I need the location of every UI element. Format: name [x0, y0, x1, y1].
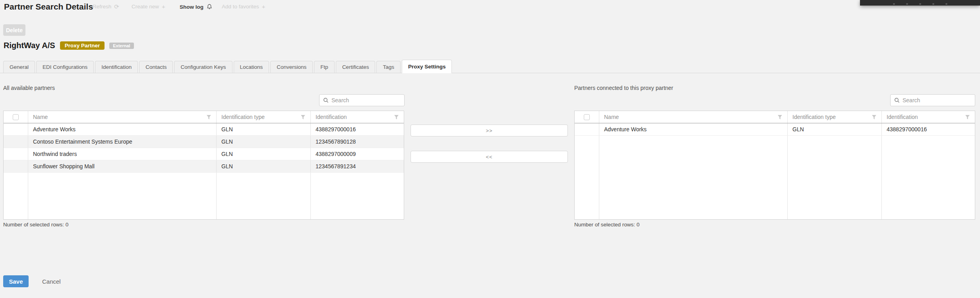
cell-identification-type: GLN	[216, 160, 310, 172]
search-icon	[894, 97, 900, 103]
filter-icon[interactable]	[300, 115, 306, 120]
left-search-input[interactable]	[331, 97, 401, 103]
left-selected-rows-count: Number of selected rows: 0	[3, 222, 68, 228]
tab-ftp[interactable]: Ftp	[314, 61, 335, 73]
tab-identification[interactable]: Identification	[95, 61, 138, 73]
column-header-identification-type: Identification type	[792, 114, 836, 120]
tab-certificates[interactable]: Certificates	[336, 61, 376, 73]
filter-icon[interactable]	[206, 115, 211, 120]
table-row[interactable]: Northwind traders GLN 4388297000009	[4, 148, 404, 160]
right-panel-title: Partners connected to this proxy partner	[574, 85, 673, 91]
overlay-icon	[945, 3, 947, 5]
refresh-button[interactable]: Refresh ⟳	[93, 4, 119, 10]
left-panel-title: All available partners	[3, 85, 55, 91]
move-left-button[interactable]: <<	[411, 151, 568, 163]
cell-name: Northwind traders	[28, 148, 216, 160]
cell-identification: 4388297000009	[310, 148, 404, 160]
refresh-icon: ⟳	[114, 4, 119, 10]
right-search-input[interactable]	[903, 97, 971, 103]
tab-bar: General EDI Configurations Identificatio…	[0, 60, 980, 73]
tab-conversions[interactable]: Conversions	[270, 61, 313, 73]
table-empty-area	[4, 173, 404, 219]
table-row[interactable]: Adventure Works GLN 4388297000016	[575, 123, 975, 136]
add-to-favorites-label: Add to favorites	[222, 4, 259, 10]
available-partners-table: Name Identification type Identification …	[3, 111, 404, 220]
select-all-checkbox[interactable]	[13, 114, 19, 120]
external-badge: External	[109, 43, 134, 49]
table-row[interactable]: Adventure Works GLN 4388297000016	[4, 123, 404, 136]
cell-name: Adventure Works	[599, 123, 787, 135]
bell-icon	[206, 4, 213, 10]
plus-icon: +	[162, 4, 165, 10]
connected-partners-table: Name Identification type Identification …	[574, 111, 975, 220]
move-right-button[interactable]: >>	[411, 125, 568, 136]
proxy-partner-badge: Proxy Partner	[60, 41, 105, 50]
cancel-button[interactable]: Cancel	[42, 278, 61, 285]
cell-identification: 1234567891234	[310, 160, 404, 172]
cell-name: Adventure Works	[28, 123, 216, 135]
table-header-row: Name Identification type Identification	[575, 111, 975, 123]
filter-icon[interactable]	[394, 115, 399, 120]
delete-button[interactable]: Delete	[3, 24, 25, 36]
select-all-checkbox[interactable]	[584, 114, 590, 120]
tab-proxy-settings[interactable]: Proxy Settings	[402, 60, 452, 73]
overlay-toolbar	[860, 0, 980, 6]
filter-icon[interactable]	[872, 115, 877, 120]
tab-configuration-keys[interactable]: Configuration Keys	[174, 61, 232, 73]
plus-icon: +	[262, 4, 265, 10]
tab-contacts[interactable]: Contacts	[139, 61, 173, 73]
show-log-button[interactable]: Show log	[180, 4, 213, 10]
overlay-icon	[932, 3, 934, 5]
table-row[interactable]: Contoso Entertainment Systems Europe GLN…	[4, 136, 404, 148]
overlay-icon	[906, 3, 908, 5]
cell-identification: 1234567890128	[310, 136, 404, 148]
tab-locations[interactable]: Locations	[234, 61, 269, 73]
cell-identification: 4388297000016	[310, 123, 404, 135]
cell-identification-type: GLN	[216, 123, 310, 135]
show-log-label: Show log	[180, 4, 203, 10]
column-header-name: Name	[604, 114, 619, 120]
page-title: Partner Search Details	[4, 2, 93, 12]
cell-name: Contoso Entertainment Systems Europe	[28, 136, 216, 148]
cell-name: Sunflower Shopping Mall	[28, 160, 216, 172]
tab-edi-configurations[interactable]: EDI Configurations	[36, 61, 94, 73]
tab-general[interactable]: General	[3, 61, 35, 73]
search-icon	[323, 97, 329, 103]
table-empty-area	[575, 136, 975, 219]
refresh-label: Refresh	[93, 4, 111, 10]
right-search-box	[890, 94, 975, 106]
cell-identification-type: GLN	[216, 136, 310, 148]
column-header-identification: Identification	[887, 114, 918, 120]
column-header-identification-type: Identification type	[221, 114, 265, 120]
cell-identification: 4388297000016	[881, 123, 975, 135]
overlay-icon	[919, 3, 921, 5]
filter-icon[interactable]	[777, 115, 782, 120]
partner-name: RightWay A/S	[4, 41, 55, 50]
table-header-row: Name Identification type Identification	[4, 111, 404, 123]
add-to-favorites-button[interactable]: Add to favorites +	[222, 4, 265, 10]
tab-tags[interactable]: Tags	[376, 61, 401, 73]
filter-icon[interactable]	[965, 115, 970, 120]
table-row[interactable]: Sunflower Shopping Mall GLN 123456789123…	[4, 160, 404, 173]
save-button[interactable]: Save	[3, 275, 29, 287]
overlay-icon	[893, 3, 895, 5]
left-search-box	[319, 94, 405, 106]
right-selected-rows-count: Number of selected rows: 0	[574, 222, 639, 228]
cell-identification-type: GLN	[787, 123, 881, 135]
create-new-button[interactable]: Create new +	[132, 4, 165, 10]
cell-identification-type: GLN	[216, 148, 310, 160]
create-new-label: Create new	[132, 4, 159, 10]
column-header-name: Name	[33, 114, 48, 120]
column-header-identification: Identification	[316, 114, 347, 120]
partner-heading: RightWay A/S Proxy Partner External	[4, 41, 134, 50]
